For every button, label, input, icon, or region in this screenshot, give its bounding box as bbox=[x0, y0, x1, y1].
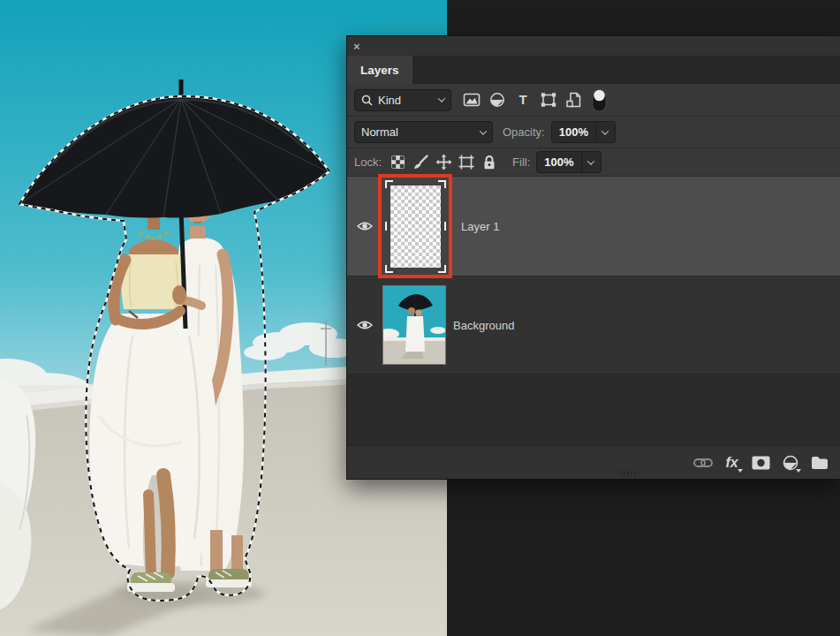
fill-value: 100% bbox=[537, 152, 580, 172]
panel-tab-bar: Layers bbox=[347, 56, 840, 84]
blend-opacity-row: Normal Opacity: 100% bbox=[347, 117, 840, 148]
lock-image-pixels-icon[interactable] bbox=[409, 151, 432, 174]
filter-kind-label: Kind bbox=[378, 94, 401, 107]
lock-position-icon[interactable] bbox=[432, 151, 455, 174]
fill-label: Fill: bbox=[512, 155, 530, 169]
chevron-down-icon bbox=[438, 95, 445, 102]
caret-down-icon bbox=[738, 469, 743, 473]
layer1-thumbnail-highlighted[interactable] bbox=[378, 174, 452, 278]
lock-fill-row: Lock: bbox=[347, 148, 840, 177]
layers-panel: × Layers Kind bbox=[346, 35, 840, 480]
folder-icon bbox=[811, 456, 829, 470]
opacity-label: Opacity: bbox=[503, 125, 545, 139]
opacity-value: 100% bbox=[552, 122, 595, 142]
shape-layer-filter-icon[interactable] bbox=[535, 88, 561, 111]
visibility-toggle[interactable] bbox=[347, 221, 377, 231]
link-icon bbox=[693, 458, 713, 468]
smart-object-filter-icon[interactable] bbox=[561, 88, 586, 111]
layers-list-empty-area[interactable] bbox=[347, 374, 840, 445]
background-thumbnail[interactable] bbox=[382, 285, 446, 365]
adjustment-layer-filter-icon[interactable] bbox=[484, 88, 510, 111]
tab-bar-filler bbox=[412, 56, 840, 84]
blend-mode-select[interactable]: Normal bbox=[354, 121, 493, 143]
eye-icon bbox=[357, 320, 373, 330]
layers-list: Layer 1 bbox=[347, 177, 840, 445]
layer-filter-toggle[interactable] bbox=[586, 88, 612, 111]
new-group-button[interactable] bbox=[805, 450, 834, 476]
lock-label: Lock: bbox=[354, 155, 382, 169]
fill-select[interactable]: 100% bbox=[536, 151, 601, 173]
panel-titlebar[interactable]: × bbox=[347, 36, 840, 56]
visibility-toggle[interactable] bbox=[347, 320, 377, 330]
transparent-checkerboard bbox=[390, 186, 441, 268]
lock-transparent-pixels-icon[interactable] bbox=[386, 151, 409, 174]
panel-resize-grip[interactable] bbox=[620, 469, 636, 476]
type-layer-filter-icon[interactable]: T bbox=[510, 88, 535, 111]
lock-buttons bbox=[386, 151, 501, 174]
lock-all-icon[interactable] bbox=[478, 151, 501, 174]
opacity-dropdown-button[interactable] bbox=[596, 122, 615, 142]
layer-name[interactable]: Background bbox=[453, 319, 514, 332]
search-icon bbox=[361, 95, 373, 106]
tab-layers[interactable]: Layers bbox=[347, 56, 412, 84]
filter-kind-select[interactable]: Kind bbox=[354, 89, 451, 111]
filter-type-buttons: T bbox=[458, 88, 612, 111]
blend-mode-value: Normal bbox=[361, 125, 398, 139]
close-icon[interactable]: × bbox=[353, 41, 360, 52]
fill-dropdown-button[interactable] bbox=[582, 152, 601, 172]
layer-row-background[interactable]: Background bbox=[347, 276, 840, 374]
layer-effects-button[interactable]: fx bbox=[717, 450, 746, 476]
eye-icon bbox=[357, 221, 373, 231]
layer-mask-icon bbox=[752, 456, 770, 470]
chevron-down-icon bbox=[480, 127, 487, 134]
caret-down-icon bbox=[796, 469, 801, 473]
link-layers-button[interactable] bbox=[688, 450, 717, 476]
lock-artboard-icon[interactable] bbox=[455, 151, 478, 174]
new-adjustment-layer-button[interactable] bbox=[776, 450, 805, 476]
svg-text:T: T bbox=[518, 92, 526, 107]
panel-footer: fx bbox=[347, 445, 840, 479]
layer-row-layer1[interactable]: Layer 1 bbox=[347, 177, 840, 276]
photoshop-workspace: × Layers Kind bbox=[0, 0, 840, 636]
add-layer-mask-button[interactable] bbox=[746, 450, 776, 476]
fx-icon: fx bbox=[725, 455, 738, 471]
pixel-layer-filter-icon[interactable] bbox=[458, 88, 484, 111]
layer-name[interactable]: Layer 1 bbox=[461, 220, 499, 233]
opacity-select[interactable]: 100% bbox=[551, 121, 616, 143]
layer-filter-row: Kind T bbox=[347, 84, 840, 117]
